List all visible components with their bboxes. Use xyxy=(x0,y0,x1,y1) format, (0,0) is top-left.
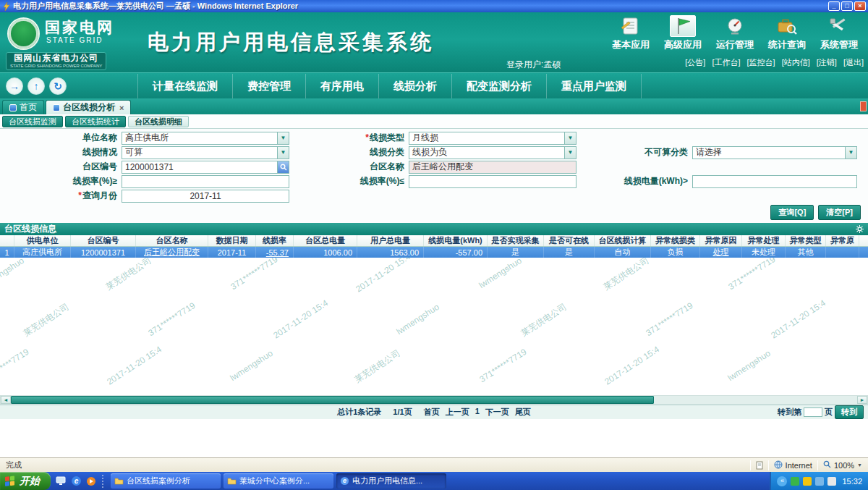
up-arrow-icon[interactable]: ↑ xyxy=(27,77,45,95)
taskbar: 开始 e 台区线损案例分析莱城分中心案例分...e电力用户用电信息... « 1… xyxy=(0,472,868,490)
cell-link[interactable]: 后王峪公用配变 xyxy=(136,247,208,258)
scroll-left-icon[interactable]: ◄ xyxy=(1,396,11,404)
internet-explorer-icon[interactable]: e xyxy=(70,476,82,487)
app-module[interactable]: 基本应用 xyxy=(605,15,657,51)
loss-status-select[interactable]: 可算 ▼ xyxy=(122,146,289,159)
header-link[interactable]: [站内信] xyxy=(782,57,810,68)
loss-class-select[interactable]: 线损为负 ▼ xyxy=(409,146,576,159)
app-module[interactable]: 高级应用 xyxy=(657,15,709,51)
subtab[interactable]: 台区线损明细 xyxy=(128,116,189,127)
goto-page-input[interactable] xyxy=(804,407,822,417)
search-icon[interactable] xyxy=(277,161,289,173)
loss-rate-max-input[interactable] xyxy=(409,176,576,187)
header-link[interactable]: [监控台] xyxy=(747,57,775,68)
column-header[interactable]: 异常原因 xyxy=(700,235,742,246)
tab[interactable]: 首页 xyxy=(2,100,44,114)
unit-name-select[interactable]: 高庄供电所 ▼ xyxy=(122,132,289,145)
maximize-button[interactable]: □ xyxy=(841,1,853,11)
query-button[interactable]: 查询[Q] xyxy=(770,205,814,220)
prev-page-link[interactable]: 上一页 xyxy=(446,407,469,418)
scroll-right-icon[interactable]: ► xyxy=(857,396,867,404)
minimize-button[interactable]: _ xyxy=(828,1,840,11)
uncomputable-class-select[interactable]: 请选择 ▼ xyxy=(692,146,857,159)
security-zone[interactable]: Internet xyxy=(774,460,812,470)
column-header[interactable] xyxy=(0,235,14,246)
goto-button[interactable]: 转到 xyxy=(835,405,864,419)
clock[interactable]: 15:32 xyxy=(842,477,862,486)
column-header[interactable]: 台区总电量 xyxy=(294,235,357,246)
current-page[interactable]: 1 xyxy=(475,407,480,418)
start-button[interactable]: 开始 xyxy=(0,472,51,490)
header-link[interactable]: [公告] xyxy=(685,57,705,68)
nav-item[interactable]: 有序用电 xyxy=(306,74,379,98)
volume-icon[interactable] xyxy=(827,477,836,486)
column-header[interactable]: 异常原 xyxy=(826,235,859,246)
scrollbar-track[interactable] xyxy=(11,396,857,404)
column-header[interactable]: 线损率 xyxy=(256,235,294,246)
loss-type-select[interactable]: 月线损 ▼ xyxy=(409,132,576,145)
first-page-link[interactable]: 首页 xyxy=(424,407,440,418)
scroll-edge-indicator[interactable] xyxy=(860,101,867,111)
nav-item[interactable]: 重点用户监测 xyxy=(547,74,642,98)
close-icon[interactable]: × xyxy=(119,104,124,112)
nav-menu: 计量在线监测费控管理有序用电线损分析配变监测分析重点用户监测 xyxy=(137,74,642,98)
header-link[interactable]: [工作台] xyxy=(712,57,740,68)
column-header[interactable]: 用户总电量 xyxy=(357,235,424,246)
subtab-bar: 台区线损监测台区线损统计台区线损明细 xyxy=(0,114,868,129)
taskbar-task[interactable]: 莱城分中心案例分... xyxy=(224,473,333,489)
nav-item[interactable]: 配变监测分析 xyxy=(452,74,547,98)
next-page-link[interactable]: 下一页 xyxy=(485,407,509,418)
show-desktop-icon[interactable] xyxy=(55,476,67,487)
column-header[interactable]: 是 xyxy=(859,235,868,246)
loss-energy-input[interactable] xyxy=(693,176,856,187)
query-month-input[interactable] xyxy=(122,190,289,202)
app-module[interactable]: 统计查询 xyxy=(761,15,813,51)
nav-item[interactable]: 费控管理 xyxy=(233,74,306,98)
column-header[interactable]: 台区线损计算 xyxy=(595,235,651,246)
watermark-text: lwmengshuo xyxy=(229,348,275,383)
gear-icon[interactable] xyxy=(856,225,864,233)
app-module[interactable]: 运行管理 xyxy=(709,15,761,51)
clear-button[interactable]: 清空[P] xyxy=(818,205,861,220)
app-module[interactable]: 系统管理 xyxy=(813,15,865,51)
column-header[interactable]: 台区编号 xyxy=(71,235,136,246)
column-header[interactable]: 线损电量(kWh) xyxy=(424,235,488,246)
table-row[interactable]: 1高庄供电所1200001371后王峪公用配变2017-11-55.371006… xyxy=(0,247,868,258)
nav-item[interactable]: 计量在线监测 xyxy=(137,74,233,98)
brand-name-en: STATE GRID xyxy=(46,36,103,44)
column-header[interactable]: 台区名称 xyxy=(136,235,208,246)
refresh-icon[interactable]: ↻ xyxy=(49,77,67,95)
subtab[interactable]: 台区线损统计 xyxy=(65,116,126,127)
taskbar-task[interactable]: e电力用户用电信息... xyxy=(336,473,446,489)
table-body: 1高庄供电所1200001371后王峪公用配变2017-11-55.371006… xyxy=(0,247,868,258)
column-header[interactable]: 数据日期 xyxy=(208,235,256,246)
watermark-text: 莱芜供电公司 xyxy=(103,258,154,293)
header-link[interactable]: [注销] xyxy=(817,57,837,68)
media-player-icon[interactable] xyxy=(85,476,97,487)
column-header[interactable]: 是否可在线 xyxy=(544,235,595,246)
last-page-link[interactable]: 尾页 xyxy=(515,407,531,418)
cell-link[interactable]: -55.37 xyxy=(256,247,294,258)
column-header[interactable]: 异常处理 xyxy=(742,235,786,246)
taskbar-task[interactable]: 台区线损案例分析 xyxy=(111,473,221,489)
update-icon[interactable] xyxy=(803,477,812,486)
tq-code-input[interactable] xyxy=(122,161,277,173)
column-header[interactable]: 异常类型 xyxy=(786,235,826,246)
subtab[interactable]: 台区线损监测 xyxy=(2,116,63,127)
column-header[interactable]: 供电单位 xyxy=(14,235,71,246)
nav-item[interactable]: 线损分析 xyxy=(379,74,452,98)
scrollbar-thumb[interactable] xyxy=(11,396,654,404)
forward-arrow-icon[interactable]: → xyxy=(6,77,23,95)
hide-icons-chevron[interactable]: « xyxy=(777,476,787,486)
column-header[interactable]: 异常线损类 xyxy=(651,235,700,246)
tab[interactable]: 台区线损分析× xyxy=(46,100,131,114)
zoom-control[interactable]: 100% ▼ xyxy=(823,460,862,470)
loss-rate-min-input[interactable] xyxy=(122,176,289,187)
security-icon[interactable] xyxy=(791,477,799,486)
header-link[interactable]: [退出] xyxy=(843,57,864,68)
close-button[interactable]: × xyxy=(854,1,866,11)
network-icon[interactable] xyxy=(815,477,824,486)
column-header[interactable]: 是否实现采集 xyxy=(488,235,544,246)
cell-link[interactable]: 处理 xyxy=(700,247,742,258)
loss-status-value: 可算 xyxy=(122,146,277,159)
